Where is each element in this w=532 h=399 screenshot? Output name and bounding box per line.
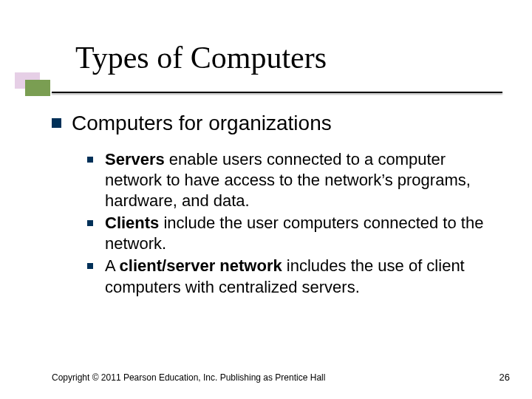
bold-term: Clients <box>105 214 159 232</box>
item-pre: A <box>105 256 120 275</box>
square-bullet-icon <box>87 220 93 226</box>
title-wrap: Types of Computers <box>75 41 502 74</box>
bold-term: client/server network <box>120 256 282 275</box>
level2-list: Servers enable users connected to a comp… <box>52 149 502 298</box>
body: Computers for organizations Servers enab… <box>52 111 502 299</box>
accent-box-front <box>25 80 50 96</box>
list-item: Servers enable users connected to a comp… <box>87 149 502 211</box>
slide-title: Types of Computers <box>75 41 502 74</box>
page-number: 26 <box>499 372 510 383</box>
level1-text: Computers for organizations <box>72 111 332 136</box>
footer-copyright: Copyright © 2011 Pearson Education, Inc.… <box>52 372 325 383</box>
slide: Types of Computers Computers for organiz… <box>0 0 532 399</box>
item-rest: include the user computers connected to … <box>105 214 483 253</box>
list-item: A client/server network includes the use… <box>87 256 502 297</box>
title-rule <box>52 92 502 93</box>
list-item-text: A client/server network includes the use… <box>105 256 502 297</box>
bullet-level1: Computers for organizations <box>52 111 502 136</box>
square-bullet-icon <box>87 157 93 163</box>
square-bullet-icon <box>87 263 93 269</box>
list-item: Clients include the user computers conne… <box>87 213 502 254</box>
bold-term: Servers <box>105 150 165 168</box>
square-bullet-icon <box>52 118 61 128</box>
list-item-text: Servers enable users connected to a comp… <box>105 149 502 211</box>
accent-graphic <box>0 72 52 95</box>
list-item-text: Clients include the user computers conne… <box>105 213 502 254</box>
